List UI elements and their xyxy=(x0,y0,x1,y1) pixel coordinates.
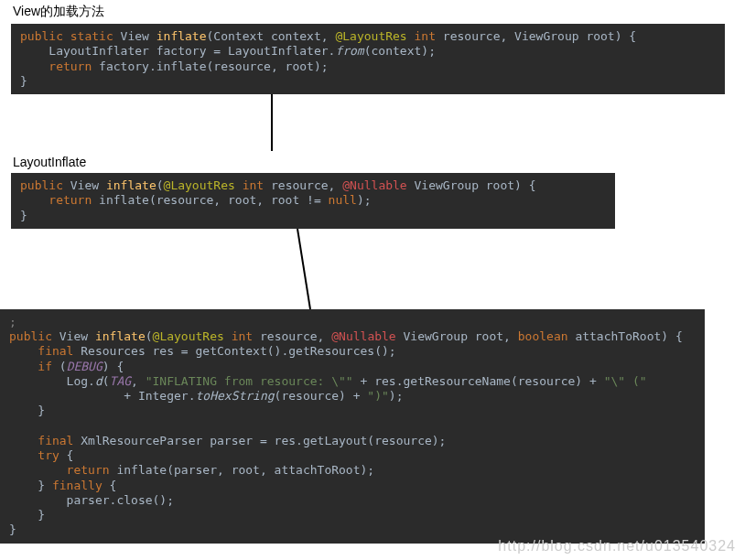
l9rest: inflate(parser, root, attachToRoot); xyxy=(110,463,375,477)
brace-close: } xyxy=(20,74,27,88)
kw-public2: public xyxy=(20,178,63,192)
kw-if: if xyxy=(9,360,52,373)
tail3: attachToRoot) { xyxy=(568,329,683,343)
svg-line-1 xyxy=(297,229,310,309)
l7rest: XmlResourceParser parser = res.getLayout… xyxy=(73,434,446,447)
kw-int: int xyxy=(407,29,436,43)
sig-b: resource, ViewGroup root) { xyxy=(436,29,636,43)
call-tohex: toHexString xyxy=(196,389,275,403)
tail2: ViewGroup root) { xyxy=(407,178,536,192)
watermark: http://blog.csdn.net/u013540324 xyxy=(498,538,736,544)
kw-int3: int xyxy=(224,329,253,343)
rt2: View xyxy=(63,178,106,192)
l13: } xyxy=(9,522,16,536)
code-block-2: public View inflate(@LayoutRes int resou… xyxy=(11,173,615,229)
method-inflate: inflate xyxy=(157,29,207,43)
label-layoutinflate: LayoutInflate xyxy=(13,155,745,169)
l5a: + Integer. xyxy=(9,389,196,403)
kw-static: static xyxy=(70,29,113,43)
ifopen: ( xyxy=(52,360,67,373)
mid3a: resource, xyxy=(253,329,331,343)
ann-layoutres3: @LayoutRes xyxy=(153,329,224,343)
kw-public: public xyxy=(20,29,63,43)
log-open: ( xyxy=(103,374,110,388)
sig-a: (Context context, xyxy=(207,29,336,43)
ann-nullable: @Nullable xyxy=(342,178,406,192)
field-tag: TAG xyxy=(110,374,131,388)
ann-nullable3: @Nullable xyxy=(331,329,395,343)
ann-layoutres: @LayoutRes xyxy=(335,29,406,43)
kw-finally: finally xyxy=(52,479,103,492)
trybrace: { xyxy=(59,448,74,462)
end2: ); xyxy=(357,193,372,207)
str1: "INFLATING from resource: \"" xyxy=(146,374,353,388)
label-view-inflate: View的加载方法 xyxy=(13,4,745,20)
line2b: (context); xyxy=(364,44,436,58)
kw-boolean: boolean xyxy=(518,329,568,343)
rest2: inflate(resource, root, root != xyxy=(92,193,328,207)
str3: ")" xyxy=(367,389,388,403)
kw-null: null xyxy=(329,193,357,207)
mid3b: ViewGroup root, xyxy=(396,329,518,343)
ifclose: ) { xyxy=(103,360,124,373)
l6: } xyxy=(9,404,45,417)
code-block-1: public static View inflate(Context conte… xyxy=(11,24,725,94)
l11: parser.close(); xyxy=(9,493,174,507)
str2: "\" (" xyxy=(604,374,647,388)
l10b: { xyxy=(103,479,117,492)
l5b: (resource) + xyxy=(275,389,368,403)
open2: ( xyxy=(157,178,164,192)
kw-return2: return xyxy=(20,193,92,207)
l10a: } xyxy=(9,479,52,492)
semi: ; xyxy=(9,315,16,328)
field-debug: DEBUG xyxy=(67,360,103,373)
method-inflate2: inflate xyxy=(106,178,157,192)
mid2: resource, xyxy=(264,178,342,192)
kw-final2: final xyxy=(9,434,73,447)
comma: , xyxy=(131,374,146,388)
rt3: View xyxy=(52,329,95,343)
l5end: ); xyxy=(389,389,404,403)
brace-close2: } xyxy=(20,209,27,222)
line2a: LayoutInflater factory = LayoutInflater. xyxy=(20,44,335,58)
plus1: + res.getResourceName(resource) + xyxy=(353,374,604,388)
connector-line-2 xyxy=(0,229,745,309)
kw-return: return xyxy=(20,59,92,73)
ret-type: View xyxy=(121,29,149,43)
log-a: Log. xyxy=(9,374,95,388)
connector-line-1 xyxy=(0,94,745,151)
l2rest: Resources res = getContext().getResource… xyxy=(73,344,395,358)
call-d: d xyxy=(95,374,103,388)
kw-final1: final xyxy=(9,344,73,358)
call-from: from xyxy=(335,44,363,58)
ann-layoutres2: @LayoutRes xyxy=(164,178,235,192)
kw-try: try xyxy=(9,448,59,462)
code-block-3: ; public View inflate(@LayoutRes int res… xyxy=(0,309,705,544)
method-inflate3: inflate xyxy=(95,329,146,343)
kw-int2: int xyxy=(235,178,264,192)
open3: ( xyxy=(146,329,153,343)
kw-return3: return xyxy=(9,463,110,477)
l12: } xyxy=(9,508,45,522)
line3b: factory.inflate(resource, root); xyxy=(92,59,328,73)
kw-public3: public xyxy=(9,329,52,343)
